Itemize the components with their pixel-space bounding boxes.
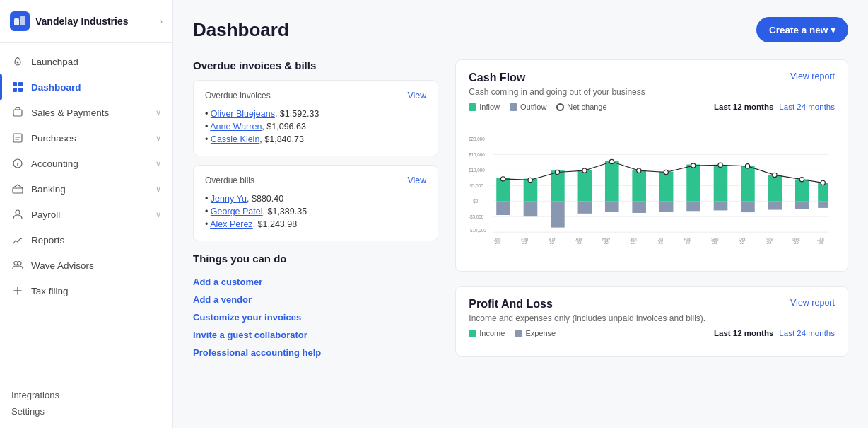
net-dot-4 (582, 168, 587, 173)
sidebar-item-dashboard-label: Dashboard (31, 82, 161, 93)
cash-flow-view-report[interactable]: View report (790, 71, 835, 81)
bar-inflow-13 (818, 183, 828, 202)
svg-text:23: 23 (658, 241, 663, 245)
cash-flow-tab-24[interactable]: Last 24 months (779, 103, 835, 111)
bar-outflow-12 (795, 201, 809, 209)
net-dot-10 (746, 164, 750, 168)
svg-rect-8 (13, 134, 22, 142)
bar-outflow-3 (551, 201, 565, 227)
integrations-link[interactable]: Integrations (11, 387, 161, 403)
bar-outflow-4 (578, 201, 592, 214)
svg-rect-1 (20, 16, 25, 25)
sidebar-item-wave-advisors[interactable]: Wave Advisors (0, 253, 172, 278)
cash-flow-controls: Inflow Outflow Net change Last 12 months (469, 103, 835, 111)
sidebar-item-launchpad[interactable]: Launchpad (0, 49, 172, 74)
settings-link[interactable]: Settings (11, 403, 161, 420)
svg-rect-4 (18, 82, 23, 86)
invoice-name-2[interactable]: Anne Warren (210, 122, 262, 132)
netchange-label: Net change (567, 103, 606, 111)
svg-rect-6 (18, 88, 23, 92)
sidebar-item-purchases[interactable]: Purchases ∨ (0, 125, 172, 151)
bill-name-3[interactable]: Alex Perez (210, 219, 252, 229)
bill-name-1[interactable]: Jenny Yu (211, 194, 247, 204)
bar-outflow-13 (818, 201, 828, 208)
cash-flow-header: Cash Flow View report (469, 71, 835, 84)
customize-invoices-link[interactable]: Customize your invoices (193, 308, 438, 326)
profit-loss-section: Profit And Loss View report Income and e… (455, 286, 848, 357)
expense-label: Expense (525, 329, 556, 337)
net-dot-12 (800, 178, 804, 182)
bar-outflow-2 (524, 201, 538, 216)
overdue-bills-card: Overdue bills View • Jenny Yu, $880.40 •… (193, 165, 438, 241)
sidebar-item-launchpad-label: Launchpad (31, 57, 161, 67)
profit-tab-12[interactable]: Last 12 months (714, 329, 773, 337)
svg-text:22: 22 (712, 241, 717, 245)
svg-rect-3 (13, 82, 17, 86)
create-new-button[interactable]: Create a new ▾ (756, 17, 848, 42)
sidebar-item-payroll[interactable]: Payroll ∨ (0, 202, 172, 227)
bill-name-2[interactable]: George Patel (211, 207, 263, 216)
profit-title: Profit And Loss (469, 298, 553, 311)
bar-inflow-6 (633, 170, 647, 201)
svg-point-12 (16, 210, 20, 214)
svg-text:22: 22 (631, 241, 636, 245)
cash-flow-chart: $20,000 $15,000 $10,000 $5,000 $0 -$5,00… (469, 118, 835, 260)
profit-legend: Income Expense (469, 329, 556, 337)
sidebar-item-tax-filing-label: Tax filing (31, 286, 161, 296)
bill-item-2: • George Patel, $1,389.35 (205, 205, 426, 218)
net-dot-3 (556, 170, 560, 174)
right-column: Cash Flow View report Cash coming in and… (455, 59, 848, 362)
bar-inflow-5 (605, 161, 619, 201)
net-dot-8 (691, 163, 696, 168)
svg-text:T: T (16, 161, 19, 168)
brand-chevron-icon: › (160, 17, 163, 25)
sidebar-item-sales-label: Sales & Payments (31, 108, 148, 118)
cash-flow-section: Cash Flow View report Cash coming in and… (455, 59, 848, 272)
invoices-label: Overdue invoices (205, 91, 271, 100)
sidebar-item-sales[interactable]: Sales & Payments ∨ (0, 100, 172, 125)
reports-icon (11, 233, 24, 246)
svg-text:$15,000: $15,000 (469, 152, 485, 157)
brand[interactable]: Vandelay Industries › (0, 0, 172, 43)
sidebar: Vandelay Industries › Launchpad Dashboar… (0, 0, 173, 428)
bar-outflow-9 (714, 201, 728, 210)
bar-inflow-10 (741, 166, 755, 201)
profit-controls: Income Expense Last 12 months Last 24 mo… (469, 329, 835, 337)
invite-collaborator-link[interactable]: Invite a guest collaborator (193, 326, 438, 344)
outflow-label: Outflow (520, 103, 546, 111)
overdue-section: Overdue invoices & bills Overdue invoice… (193, 59, 438, 241)
bills-view-link[interactable]: View (407, 175, 426, 185)
sidebar-item-accounting[interactable]: T Accounting ∨ (0, 151, 172, 176)
sidebar-item-banking[interactable]: Banking ∨ (0, 176, 172, 202)
sidebar-item-reports[interactable]: Reports (0, 227, 172, 253)
dashboard-grid: Overdue invoices & bills Overdue invoice… (193, 59, 848, 362)
sidebar-item-reports-label: Reports (31, 235, 161, 245)
cash-flow-tab-12[interactable]: Last 12 months (714, 103, 773, 111)
svg-text:$5,000: $5,000 (470, 183, 484, 188)
svg-point-14 (18, 262, 21, 265)
profit-tab-24[interactable]: Last 24 months (779, 329, 835, 337)
main-header: Dashboard Create a new ▾ (193, 17, 848, 42)
net-dot-2 (528, 178, 532, 182)
invoices-view-link[interactable]: View (407, 91, 426, 100)
banking-chevron-icon: ∨ (156, 185, 161, 194)
sidebar-item-tax-filing[interactable]: Tax filing (0, 278, 172, 303)
bar-outflow-1 (497, 201, 511, 215)
invoice-name-3[interactable]: Cassie Klein (211, 134, 259, 144)
net-dot-9 (718, 163, 722, 167)
sidebar-item-purchases-label: Purchases (31, 133, 148, 144)
svg-text:$20,000: $20,000 (469, 137, 485, 141)
profit-view-report[interactable]: View report (790, 298, 835, 308)
svg-text:22: 22 (686, 241, 691, 245)
add-vendor-link[interactable]: Add a vendor (193, 291, 438, 308)
svg-rect-0 (14, 18, 19, 25)
bar-outflow-11 (768, 201, 782, 209)
accounting-help-link[interactable]: Professional accounting help (193, 344, 438, 362)
bill-item-1: • Jenny Yu, $880.40 (205, 192, 426, 205)
add-customer-link[interactable]: Add a customer (193, 273, 438, 291)
netchange-dot (556, 103, 564, 111)
sidebar-item-dashboard[interactable]: Dashboard (0, 74, 172, 100)
invoice-name-1[interactable]: Oliver Bluejeans (211, 109, 275, 119)
net-dot-11 (773, 173, 777, 177)
brand-name: Vandelay Industries (35, 16, 129, 27)
